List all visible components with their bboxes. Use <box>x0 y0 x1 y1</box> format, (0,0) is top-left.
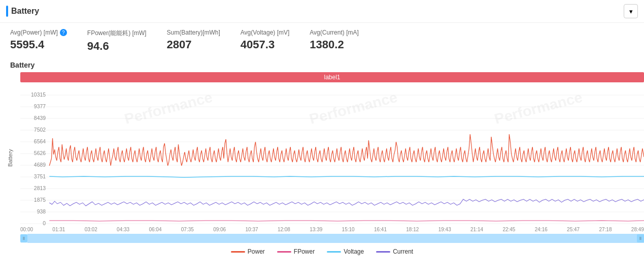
svg-text:8439: 8439 <box>34 115 46 121</box>
scrollbar-handle-left[interactable]: ⫴ <box>20 234 27 242</box>
scrollbar[interactable]: ⫴ ⫴ <box>20 234 644 243</box>
scrollbar-right-icon: ⫴ <box>639 236 641 241</box>
metric-avg-power: Avg(Power) [mW] ? 5595.4 <box>10 29 67 53</box>
legend-item-current: Current <box>376 248 413 255</box>
chart-area: Battery label1 <box>0 72 644 244</box>
legend-label-current: Current <box>393 248 413 255</box>
metric-avg-current-value: 1380.2 <box>310 38 358 51</box>
page-title: Battery <box>11 7 39 16</box>
metric-avg-current-label: Avg(Current) [mA] <box>310 29 358 36</box>
legend-line-fpower <box>277 251 291 253</box>
header: Battery ▾ <box>0 0 644 23</box>
chart-inner: label1 <box>20 72 644 244</box>
svg-text:4689: 4689 <box>34 162 46 168</box>
metrics-row: Avg(Power) [mW] ? 5595.4 FPower(能能耗) [mW… <box>0 23 644 57</box>
svg-text:10315: 10315 <box>31 92 46 98</box>
chart-svg[interactable]: 10315 9377 8439 7502 6564 5626 4689 3751… <box>20 83 644 226</box>
legend-line-current <box>376 251 390 253</box>
chart-legend: Power FPower Voltage Current <box>0 244 644 257</box>
metric-fpower-label: FPower(能能耗) [mW] <box>87 29 147 38</box>
header-title: Battery <box>6 6 39 17</box>
metric-avg-voltage-label: Avg(Voltage) [mV] <box>241 29 290 36</box>
metric-sum-battery-label: Sum(Battery)[mWh] <box>166 29 220 36</box>
svg-text:3751: 3751 <box>34 174 46 179</box>
legend-item-voltage: Voltage <box>327 248 364 255</box>
legend-item-power: Power <box>231 248 265 255</box>
scrollbar-left-icon: ⫴ <box>23 236 25 241</box>
svg-text:6564: 6564 <box>34 139 46 144</box>
legend-label-voltage: Voltage <box>344 248 364 255</box>
metric-avg-power-value: 5595.4 <box>10 38 67 51</box>
chart-title: Battery <box>0 59 644 72</box>
main-container: Battery ▾ Avg(Power) [mW] ? 5595.4 FPowe… <box>0 0 644 277</box>
help-icon-power[interactable]: ? <box>60 29 67 36</box>
scrollbar-track[interactable] <box>27 234 644 243</box>
chart-section: Battery Battery label1 <box>0 57 644 257</box>
scrollbar-handle-right[interactable]: ⫴ <box>637 234 644 242</box>
svg-text:0: 0 <box>43 221 46 226</box>
svg-text:2813: 2813 <box>34 186 46 191</box>
legend-label-power: Power <box>248 248 265 255</box>
metric-avg-voltage: Avg(Voltage) [mV] 4057.3 <box>241 29 290 53</box>
legend-line-power <box>231 251 245 253</box>
metric-avg-power-label: Avg(Power) [mW] ? <box>10 29 67 36</box>
metric-avg-current: Avg(Current) [mA] 1380.2 <box>310 29 358 53</box>
svg-text:7502: 7502 <box>34 127 46 133</box>
y-axis-label: Battery <box>0 72 20 244</box>
metric-fpower: FPower(能能耗) [mW] 94.6 <box>87 29 147 53</box>
blue-accent-bar <box>6 6 8 17</box>
chevron-down-icon: ▾ <box>629 8 633 15</box>
legend-item-fpower: FPower <box>277 248 315 255</box>
svg-text:5626: 5626 <box>34 150 46 156</box>
metric-avg-voltage-value: 4057.3 <box>241 38 290 51</box>
svg-text:938: 938 <box>37 209 46 214</box>
dropdown-button[interactable]: ▾ <box>624 4 638 18</box>
label-bar: label1 <box>20 72 644 82</box>
metric-sum-battery-value: 2807 <box>166 38 220 51</box>
legend-line-voltage <box>327 251 341 253</box>
legend-label-fpower: FPower <box>294 248 315 255</box>
metric-sum-battery: Sum(Battery)[mWh] 2807 <box>166 29 220 53</box>
svg-text:9377: 9377 <box>34 104 46 109</box>
x-axis: 00:00 01:31 03:02 04:33 06:04 07:35 09:0… <box>20 226 644 232</box>
metric-fpower-value: 94.6 <box>87 40 147 53</box>
svg-text:1875: 1875 <box>34 197 46 203</box>
